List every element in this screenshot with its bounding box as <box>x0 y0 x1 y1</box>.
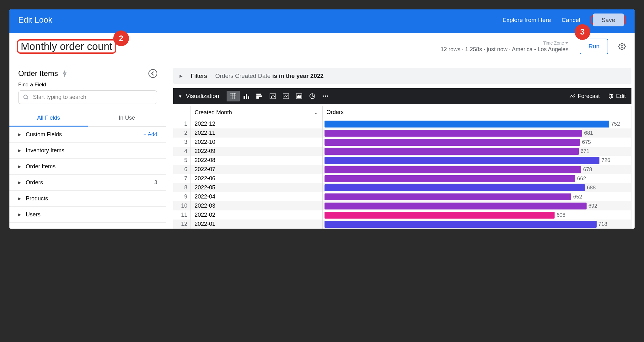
cell-orders: 678 <box>323 165 631 174</box>
cell-orders: 652 <box>323 192 631 201</box>
viz-area-icon[interactable] <box>292 91 306 101</box>
explore-from-here-link[interactable]: Explore from Here <box>502 17 551 24</box>
quick-calc-icon[interactable] <box>62 70 67 77</box>
svg-point-28 <box>611 95 612 97</box>
row-index: 11 <box>173 210 191 220</box>
row-index: 3 <box>173 138 191 147</box>
svg-point-29 <box>610 97 611 98</box>
bar <box>325 166 581 173</box>
bar-value: 726 <box>601 157 610 164</box>
search-icon <box>23 94 29 100</box>
viz-edit-button[interactable]: Edit <box>608 93 626 100</box>
header-orders[interactable]: Orders <box>323 106 631 119</box>
look-title-input[interactable]: Monthly order count <box>18 40 115 53</box>
svg-line-2 <box>27 98 28 99</box>
chevron-down-icon: ⌄ <box>314 109 319 116</box>
cell-orders: 671 <box>323 147 631 156</box>
folder-inventory-items[interactable]: ▸Inventory Items <box>9 143 166 159</box>
field-search-input[interactable] <box>33 94 153 100</box>
tab-all-fields[interactable]: All Fields <box>9 110 88 127</box>
data-table: Created Month ⌄ Orders 12022-1275222022-… <box>173 106 631 229</box>
row-index: 12 <box>173 220 191 229</box>
folder-custom-fields[interactable]: ▸Custom Fields+ Add <box>9 127 166 143</box>
svg-point-1 <box>24 95 28 99</box>
caret-right-icon: ▸ <box>18 195 21 202</box>
bar <box>325 203 587 209</box>
svg-point-23 <box>327 95 328 97</box>
viz-scatter-icon[interactable] <box>266 91 279 101</box>
save-button[interactable]: Save <box>593 14 624 26</box>
folder-order-items[interactable]: ▸Order Items <box>9 159 166 175</box>
svg-point-22 <box>325 95 326 97</box>
tab-in-use[interactable]: In Use <box>88 110 166 126</box>
caret-right-icon: ▸ <box>18 131 21 138</box>
viz-line-icon[interactable] <box>279 91 292 101</box>
main-panel: ▸ Filters Orders Created Date is in the … <box>166 62 635 229</box>
bar-value: 718 <box>598 221 607 227</box>
table-row[interactable]: 122022-01718 <box>173 220 631 229</box>
svg-rect-13 <box>256 97 259 99</box>
collapse-sidebar-button[interactable] <box>148 69 157 78</box>
cancel-link[interactable]: Cancel <box>562 17 580 24</box>
table-row[interactable]: 72022-06662 <box>173 174 631 183</box>
table-row[interactable]: 112022-02608 <box>173 210 631 220</box>
cell-orders: 726 <box>323 156 631 165</box>
bar <box>325 212 555 219</box>
caret-down-icon[interactable]: ▾ <box>179 93 181 99</box>
cell-orders: 681 <box>323 128 631 138</box>
table-row[interactable]: 92022-04652 <box>173 192 631 201</box>
query-status: 12 rows · 1.258s · just now · America - … <box>441 46 568 52</box>
viz-label: Visualization <box>186 93 219 100</box>
cell-month: 2022-06 <box>191 174 323 183</box>
bar-value: 678 <box>583 166 592 173</box>
bar-value: 752 <box>611 121 620 127</box>
viz-column-icon[interactable] <box>240 91 253 101</box>
titlebar: Monthly order count 2 Time Zone 12 rows … <box>9 33 635 62</box>
table-row[interactable]: 82022-05688 <box>173 183 631 192</box>
forecast-button[interactable]: Forecast <box>570 93 600 100</box>
table-row[interactable]: 62022-07678 <box>173 165 631 174</box>
run-button[interactable]: Run <box>580 39 608 54</box>
folder-label: Products <box>26 195 48 202</box>
callout-3: 3 <box>575 24 590 40</box>
cell-month: 2022-09 <box>191 147 323 156</box>
cell-month: 2022-10 <box>191 138 323 147</box>
viz-pie-icon[interactable] <box>306 91 319 101</box>
viz-table-icon[interactable] <box>227 91 240 101</box>
folder-users[interactable]: ▸Users <box>9 207 166 223</box>
row-index: 6 <box>173 165 191 174</box>
add-custom-field-button[interactable]: + Add <box>143 131 157 138</box>
folder-label: Custom Fields <box>26 131 62 138</box>
bar <box>325 130 582 137</box>
filters-bar[interactable]: ▸ Filters Orders Created Date is in the … <box>173 68 631 84</box>
table-row[interactable]: 52022-08726 <box>173 156 631 165</box>
folder-label: Inventory Items <box>26 147 64 154</box>
cell-month: 2022-05 <box>191 183 323 192</box>
timezone-label[interactable]: Time Zone <box>441 41 568 46</box>
folder-products[interactable]: ▸Products <box>9 191 166 207</box>
table-row[interactable]: 102022-03692 <box>173 201 631 210</box>
table-row[interactable]: 12022-12752 <box>173 119 631 128</box>
row-index: 7 <box>173 174 191 183</box>
svg-rect-10 <box>248 96 249 99</box>
cell-month: 2022-12 <box>191 119 323 128</box>
field-search-box[interactable] <box>18 90 157 104</box>
header-created-month[interactable]: Created Month ⌄ <box>191 106 323 119</box>
cell-month: 2022-01 <box>191 220 323 229</box>
caret-right-icon: ▸ <box>180 72 183 79</box>
cell-month: 2022-03 <box>191 201 323 210</box>
table-row[interactable]: 32022-10675 <box>173 138 631 147</box>
gear-icon[interactable] <box>618 43 626 50</box>
caret-right-icon: ▸ <box>18 211 21 218</box>
row-index: 1 <box>173 119 191 128</box>
table-row[interactable]: 22022-11681 <box>173 128 631 138</box>
svg-point-0 <box>621 46 623 47</box>
table-row[interactable]: 42022-09671 <box>173 147 631 156</box>
cell-orders: 718 <box>323 220 631 229</box>
bar <box>325 148 579 155</box>
viz-bar-icon[interactable] <box>253 91 266 101</box>
folder-orders[interactable]: ▸Orders3 <box>9 175 166 191</box>
bar <box>325 121 609 128</box>
viz-more-icon[interactable] <box>319 91 332 101</box>
folder-label: Users <box>26 211 40 218</box>
